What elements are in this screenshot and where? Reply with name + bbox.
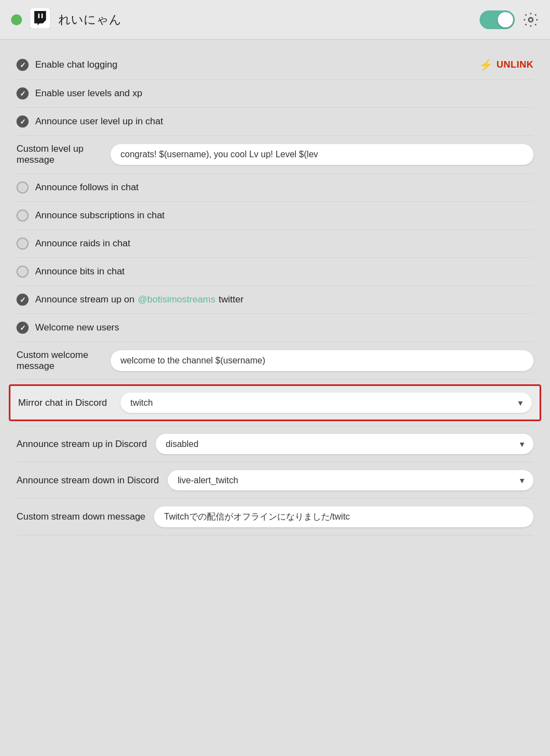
announce-subscriptions-radio[interactable] (16, 209, 29, 222)
unlink-button[interactable]: ⚡ UNLINK (479, 58, 534, 71)
channel-name: れいにゃん (58, 12, 472, 28)
announce-raids-label: Announce raids in chat (35, 238, 130, 249)
mirror-chat-discord-row: Mirror chat in Discord twitch disabled l… (9, 384, 541, 421)
mirror-chat-discord-dropdown-wrapper: twitch disabled live-alert_twitch ▼ (120, 393, 532, 413)
announce-level-up-label: Announce user level up in chat (35, 116, 163, 127)
status-indicator (11, 14, 22, 25)
announce-stream-down-discord-row: Announce stream down in Discord disabled… (16, 462, 534, 499)
announce-stream-down-discord-wrapper: disabled twitch live-alert_twitch ▼ (168, 470, 534, 490)
announce-bits-row: Announce bits in chat (16, 258, 534, 286)
announce-stream-up-row: Announce stream up on @botisimostreams t… (16, 286, 534, 314)
announce-stream-up-discord-wrapper: disabled twitch live-alert_twitch ▼ (156, 434, 534, 454)
svg-rect-1 (38, 14, 39, 18)
announce-raids-row: Announce raids in chat (16, 230, 534, 258)
custom-stream-down-row: Custom stream down message (16, 499, 534, 536)
unlink-label: UNLINK (497, 59, 534, 70)
enable-user-levels-checkbox[interactable] (16, 87, 29, 100)
custom-welcome-row: Custom welcomemessage (16, 342, 534, 380)
enable-user-levels-row: Enable user levels and xp (16, 80, 534, 108)
mirror-chat-discord-dropdown[interactable]: twitch disabled live-alert_twitch (120, 393, 532, 413)
announce-follows-row: Announce follows in chat (16, 174, 534, 202)
announce-raids-radio[interactable] (16, 238, 29, 250)
announce-stream-down-discord-label: Announce stream down in Discord (16, 475, 159, 486)
custom-stream-down-label: Custom stream down message (16, 511, 145, 522)
announce-stream-up-checkbox[interactable] (16, 294, 29, 306)
mirror-chat-discord-section: Mirror chat in Discord twitch disabled l… (16, 380, 534, 426)
custom-level-up-label: Custom level upmessage (16, 144, 102, 165)
announce-stream-up-label: Announce stream up on @botisimostreams t… (35, 294, 244, 305)
svg-point-3 (529, 18, 533, 22)
announce-follows-radio[interactable] (16, 181, 29, 194)
custom-welcome-input[interactable] (111, 350, 534, 371)
toggle-knob (498, 12, 513, 27)
svg-rect-2 (41, 14, 42, 18)
settings-gear-icon[interactable] (522, 12, 539, 28)
twitter-handle: @botisimostreams (138, 294, 216, 305)
enable-chat-logging-label: Enable chat logging (35, 59, 117, 70)
announce-stream-up-discord-dropdown[interactable]: disabled twitch live-alert_twitch (156, 434, 534, 454)
announce-level-up-checkbox[interactable] (16, 115, 29, 128)
announce-subscriptions-label: Announce subscriptions in chat (35, 210, 164, 221)
announce-bits-label: Announce bits in chat (35, 266, 125, 277)
enable-chat-logging-row: Enable chat logging ⚡ UNLINK (16, 51, 534, 80)
announce-subscriptions-row: Announce subscriptions in chat (16, 202, 534, 230)
enable-chat-logging-checkbox[interactable] (16, 59, 29, 71)
announce-stream-up-discord-label: Announce stream up in Discord (16, 439, 147, 450)
enable-toggle[interactable] (480, 10, 515, 29)
announce-stream-up-text-after: twitter (219, 294, 244, 305)
settings-content: Enable chat logging ⚡ UNLINK Enable user… (0, 40, 550, 547)
mirror-chat-discord-label: Mirror chat in Discord (18, 398, 112, 409)
welcome-new-users-row: Welcome new users (16, 314, 534, 342)
announce-stream-down-discord-dropdown[interactable]: disabled twitch live-alert_twitch (168, 470, 534, 490)
announce-level-up-row: Announce user level up in chat (16, 108, 534, 136)
welcome-new-users-label: Welcome new users (35, 322, 119, 333)
header: れいにゃん (0, 0, 550, 40)
announce-stream-up-discord-row: Announce stream up in Discord disabled t… (16, 426, 534, 462)
welcome-new-users-checkbox[interactable] (16, 322, 29, 334)
announce-follows-label: Announce follows in chat (35, 182, 139, 193)
custom-level-up-input[interactable] (111, 144, 534, 165)
announce-stream-up-text-before: Announce stream up on (35, 294, 135, 305)
unlink-icon: ⚡ (479, 58, 493, 71)
custom-welcome-label: Custom welcomemessage (16, 350, 102, 372)
enable-user-levels-label: Enable user levels and xp (35, 88, 142, 99)
twitch-logo-icon (30, 8, 51, 31)
announce-bits-radio[interactable] (16, 266, 29, 278)
custom-level-up-row: Custom level upmessage (16, 136, 534, 174)
custom-stream-down-input[interactable] (154, 506, 534, 527)
